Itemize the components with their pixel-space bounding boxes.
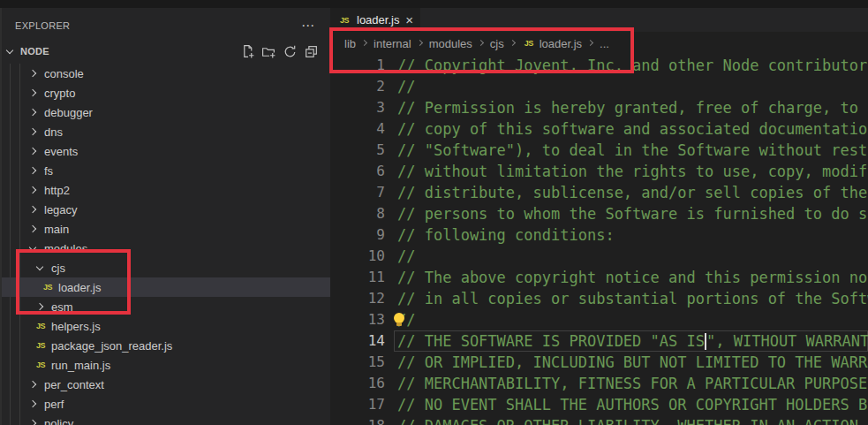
chevron-right-icon <box>360 39 369 48</box>
code-line-17[interactable]: 17// NO EVENT SHALL THE AUTHORS OR COPYR… <box>330 394 868 415</box>
tree-item-policy[interactable]: policy <box>2 414 330 425</box>
tree-item-esm[interactable]: esm <box>2 297 330 316</box>
editor-group: JS loader.js × libinternalmodulescjsJSlo… <box>330 8 868 425</box>
node-section-header[interactable]: NODE <box>2 40 330 63</box>
tree-item-label: console <box>44 67 84 80</box>
tree-item-label: dns <box>44 125 63 139</box>
code-line-16[interactable]: 16// MERCHANTABILITY, FITNESS FOR A PART… <box>330 373 868 394</box>
line-text: // persons to whom the Software is furni… <box>394 203 868 224</box>
tree-item-per-context[interactable]: per_context <box>2 375 330 394</box>
code-line-12[interactable]: 12// in all copies or substantial portio… <box>330 288 868 309</box>
code-line-15[interactable]: 15// OR IMPLIED, INCLUDING BUT NOT LIMIT… <box>330 352 868 373</box>
breadcrumb-item--[interactable]: ... <box>600 37 609 50</box>
js-file-icon: JS <box>34 341 48 350</box>
code-line-18[interactable]: 18// DAMAGES OR OTHER LIABILITY, WHETHER… <box>330 415 868 425</box>
tree-item-label: policy <box>44 417 73 425</box>
tree-item-fs[interactable]: fs <box>2 161 330 180</box>
collapse-all-icon[interactable] <box>304 44 319 59</box>
chevron-right-icon <box>416 39 425 48</box>
tree-item-cjs[interactable]: cjs <box>2 258 330 277</box>
chevron-right-icon <box>26 416 41 425</box>
code-line-14[interactable]: 14// THE SOFTWARE IS PROVIDED "AS IS", W… <box>330 330 868 352</box>
code-line-5[interactable]: 5// "Software"), to deal in the Software… <box>330 140 868 161</box>
line-text: // <box>394 76 868 97</box>
line-text: // NO EVENT SHALL THE AUTHORS OR COPYRIG… <box>394 394 868 415</box>
tree-item-events[interactable]: events <box>2 141 330 161</box>
line-text: // <box>394 309 868 330</box>
new-file-icon[interactable] <box>240 44 255 59</box>
code-line-3[interactable]: 3// Permission is hereby granted, free o… <box>330 97 868 118</box>
line-text: // THE SOFTWARE IS PROVIDED "AS IS", WIT… <box>394 330 868 352</box>
tree-item-run-main-js[interactable]: JSrun_main.js <box>2 355 330 375</box>
chevron-right-icon <box>26 144 41 158</box>
code-area: 1// Copyright Joyent, Inc. and other Nod… <box>330 55 868 425</box>
tree-item-dns[interactable]: dns <box>2 122 330 141</box>
code-line-7[interactable]: 7// distribute, sublicense, and/or sell … <box>330 182 868 203</box>
code-line-11[interactable]: 11// The above copyright notice and this… <box>330 267 868 288</box>
tree-item-perf[interactable]: perf <box>2 394 330 414</box>
chevron-right-icon <box>26 105 41 119</box>
tree-item-label: main <box>44 223 69 236</box>
tree-item-debugger[interactable]: debugger <box>2 102 330 122</box>
tree-item-crypto[interactable]: crypto <box>2 83 330 102</box>
breadcrumb-item-label: internal <box>374 37 411 50</box>
line-number: 12 <box>330 288 394 309</box>
line-number: 17 <box>330 394 394 415</box>
tree-item-http2[interactable]: http2 <box>2 180 330 200</box>
tree-item-modules[interactable]: modules <box>2 239 330 258</box>
code-line-1[interactable]: 1// Copyright Joyent, Inc. and other Nod… <box>330 55 868 76</box>
tab-loader-js[interactable]: JS loader.js × <box>330 8 420 32</box>
line-number: 6 <box>330 161 394 182</box>
code-line-10[interactable]: 10// <box>330 246 868 267</box>
js-file-icon: JS <box>337 16 351 25</box>
breadcrumb-item-loader-js[interactable]: JSloader.js <box>522 37 582 50</box>
code-line-4[interactable]: 4// copy of this software and associated… <box>330 118 868 140</box>
node-section-label: NODE <box>20 46 49 57</box>
line-number: 7 <box>330 182 394 203</box>
tree-item-helpers-js[interactable]: JShelpers.js <box>2 316 330 336</box>
text-cursor <box>705 333 706 350</box>
tree-item-console[interactable]: console <box>2 64 330 83</box>
code-line-2[interactable]: 2// <box>330 76 868 97</box>
line-text: // MERCHANTABILITY, FITNESS FOR A PARTIC… <box>394 373 868 394</box>
breadcrumb-item-label: loader.js <box>540 37 582 50</box>
tree-item-legacy[interactable]: legacy <box>2 200 330 219</box>
tree-item-label: esm <box>51 300 73 314</box>
chevron-right-icon <box>509 39 517 48</box>
tree-item-label: debugger <box>44 106 93 119</box>
line-text: // in all copies or substantial portions… <box>394 288 868 309</box>
tree-item-main[interactable]: main <box>2 219 330 239</box>
breadcrumb-item-lib[interactable]: lib <box>344 37 356 50</box>
tree-item-loader-js[interactable]: JSloader.js <box>2 277 330 297</box>
line-text: // following conditions: <box>394 224 868 246</box>
file-tree: consolecryptodebuggerdnseventsfshttp2leg… <box>2 64 330 425</box>
chevron-right-icon <box>586 39 595 48</box>
line-number: 2 <box>330 76 394 97</box>
code-line-13[interactable]: 13// <box>330 309 868 330</box>
line-text: // Permission is hereby granted, free of… <box>394 97 868 118</box>
code-line-8[interactable]: 8// persons to whom the Software is furn… <box>330 203 868 224</box>
line-number: 15 <box>330 352 394 373</box>
line-text: // OR IMPLIED, INCLUDING BUT NOT LIMITED… <box>394 352 868 373</box>
code-line-6[interactable]: 6// without limitation the rights to use… <box>330 161 868 182</box>
chevron-right-icon <box>26 86 41 100</box>
line-text: // <box>394 246 868 267</box>
refresh-icon[interactable] <box>283 44 298 59</box>
breadcrumb-item-modules[interactable]: modules <box>429 37 472 50</box>
close-tab-icon[interactable]: × <box>405 14 413 27</box>
new-folder-icon[interactable] <box>261 44 276 59</box>
explorer-sidebar: EXPLORER ⋯ NODE <box>0 8 330 425</box>
breadcrumb-item-cjs[interactable]: cjs <box>490 37 504 50</box>
line-text: // copy of this software and associated … <box>394 118 868 140</box>
line-number: 4 <box>330 118 394 140</box>
breadcrumb-item-internal[interactable]: internal <box>374 37 411 50</box>
tree-item-label: loader.js <box>58 281 101 294</box>
chevron-right-icon <box>26 183 41 197</box>
code-line-9[interactable]: 9// following conditions: <box>330 224 868 246</box>
tree-item-label: crypto <box>44 87 75 100</box>
explorer-title: EXPLORER <box>15 20 70 31</box>
lightbulb-icon[interactable] <box>394 313 404 323</box>
tree-item-package-json-reader-js[interactable]: JSpackage_json_reader.js <box>2 336 330 355</box>
more-actions-icon[interactable]: ⋯ <box>301 21 314 30</box>
chevron-right-icon <box>26 125 41 139</box>
